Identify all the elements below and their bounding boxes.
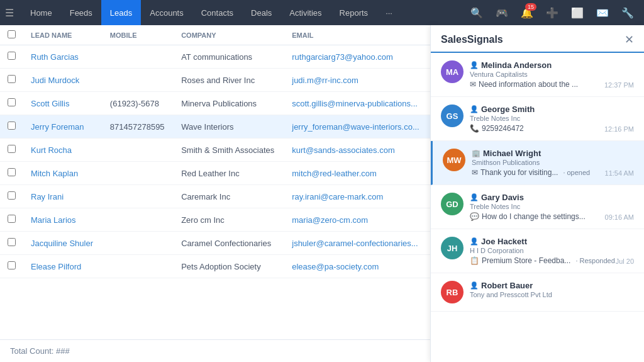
row-checkbox-cell[interactable]	[0, 139, 23, 162]
nav-activities[interactable]: Activities	[280, 0, 330, 25]
mobile-cell	[103, 208, 174, 232]
nav-more[interactable]: ···	[377, 0, 401, 25]
mobile-cell	[103, 45, 174, 69]
signal-content: 👤 Melinda Anderson Ventura Capitalists ✉…	[470, 60, 634, 89]
settings-button[interactable]: 🔧	[616, 1, 639, 24]
lead-name-cell[interactable]: Mitch Kaplan	[23, 162, 103, 185]
signal-avatar: GS	[441, 105, 464, 127]
row-checkbox[interactable]	[8, 215, 16, 223]
signal-time: 12:16 PM	[604, 125, 634, 133]
table-row: Jacquiline Shuler Caramel Confectionarie…	[0, 232, 430, 255]
company-cell: Zero cm Inc	[174, 208, 284, 232]
row-checkbox[interactable]	[8, 122, 16, 130]
signal-content: 👤 Joe Hackett H I D Corporation 📋 Premiu…	[470, 237, 634, 265]
row-checkbox[interactable]	[8, 75, 16, 83]
mobile-cell	[103, 162, 174, 185]
signal-contact-name: Gary Davis	[481, 193, 524, 202]
signal-message-row: ✉ Thank you for visiting... · opened	[472, 168, 590, 177]
signal-person-icon: 🏢	[472, 149, 480, 157]
signal-item[interactable]: MW 🏢 Michael Wright Smithson Publication…	[431, 141, 644, 185]
signal-item[interactable]: RB 👤 Robert Bauer Tony and Presscott Pvt…	[431, 273, 644, 312]
row-checkbox-cell[interactable]	[0, 92, 23, 115]
mail-button[interactable]: ✉️	[591, 1, 614, 24]
signal-contact-name: George Smith	[481, 105, 535, 114]
nav-reports[interactable]: Reports	[331, 0, 377, 25]
signal-meta: 💬 How do I change the settings... 09:16 …	[470, 212, 634, 221]
mobile-cell: 871457278595	[103, 115, 174, 139]
table-row: Jerry Foreman 871457278595 Wave Interior…	[0, 115, 430, 139]
hamburger-icon[interactable]: ☰	[5, 7, 14, 19]
signal-content: 👤 George Smith Treble Notes Inc 📞 925924…	[470, 105, 634, 133]
lead-name-cell[interactable]: Jacquiline Shuler	[23, 232, 103, 255]
game-icon-button[interactable]: 🎮	[491, 1, 513, 24]
row-checkbox-cell[interactable]	[0, 255, 23, 278]
signal-company: Tony and Presscott Pvt Ltd	[470, 291, 634, 298]
row-checkbox[interactable]	[8, 52, 16, 60]
signal-avatar: GD	[441, 193, 464, 215]
row-checkbox[interactable]	[8, 191, 16, 200]
lead-name-cell[interactable]: Kurt Rocha	[23, 139, 103, 162]
row-checkbox-cell[interactable]	[0, 162, 23, 185]
row-checkbox-cell[interactable]	[0, 115, 23, 139]
company-cell: Caramel Confectionaries	[174, 232, 284, 255]
header-email[interactable]: EMAIL	[284, 25, 430, 45]
header-checkbox-col	[0, 25, 23, 45]
email-cell: kurt@sands-associates.com	[284, 139, 430, 162]
signals-header: SalesSignals ✕	[431, 25, 644, 53]
lead-name-cell[interactable]: Elease Pilford	[23, 255, 103, 278]
nav-leads[interactable]: Leads	[101, 0, 141, 25]
row-checkbox[interactable]	[8, 145, 16, 153]
search-button[interactable]: 🔍	[465, 1, 488, 24]
signal-message-row: 💬 How do I change the settings...	[470, 212, 586, 221]
nav-home[interactable]: Home	[21, 0, 61, 25]
company-cell: Smith & Smith Associates	[174, 139, 284, 162]
nav-accounts[interactable]: Accounts	[141, 0, 192, 25]
row-checkbox[interactable]	[8, 238, 16, 246]
mobile-cell	[103, 139, 174, 162]
row-checkbox[interactable]	[8, 98, 16, 106]
signal-meta: 📞 9259246472 12:16 PM	[470, 124, 634, 133]
nav-contacts[interactable]: Contacts	[192, 0, 242, 25]
signal-contact-name: Joe Hackett	[481, 237, 527, 246]
row-checkbox-cell[interactable]	[0, 69, 23, 92]
signal-person-icon: 👤	[470, 61, 479, 69]
signal-item[interactable]: GD 👤 Gary Davis Treble Notes Inc 💬 How d…	[431, 185, 644, 229]
add-button[interactable]: ➕	[541, 1, 564, 24]
signal-item[interactable]: MA 👤 Melinda Anderson Ventura Capitalist…	[431, 53, 644, 97]
nav-feeds[interactable]: Feeds	[61, 0, 101, 25]
table-header-row: LEAD NAME MOBILE COMPANY EMAIL	[0, 25, 430, 45]
signal-company: Treble Notes Inc	[470, 115, 634, 122]
row-checkbox[interactable]	[8, 168, 16, 176]
row-checkbox-cell[interactable]	[0, 232, 23, 255]
notifications-button[interactable]: 🔔 15	[516, 1, 538, 24]
lead-name-cell[interactable]: Scott Gillis	[23, 92, 103, 115]
sales-signals-panel: SalesSignals ✕ MA 👤 Melinda Anderson Ven…	[430, 25, 644, 362]
header-mobile[interactable]: MOBILE	[103, 25, 174, 45]
select-all-checkbox[interactable]	[8, 30, 16, 38]
signal-content: 👤 Gary Davis Treble Notes Inc 💬 How do I…	[470, 193, 634, 221]
screen-button[interactable]: ⬜	[566, 1, 589, 24]
lead-name-cell[interactable]: Ruth Garcias	[23, 45, 103, 69]
table-footer: Total Count: ###	[0, 339, 430, 362]
lead-name-cell[interactable]: Judi Murdock	[23, 69, 103, 92]
signals-close-button[interactable]: ✕	[625, 34, 634, 45]
lead-name-cell[interactable]: Ray Irani	[23, 185, 103, 208]
signal-label: · Responded	[575, 257, 614, 264]
signal-item[interactable]: JH 👤 Joe Hackett H I D Corporation 📋 Pre…	[431, 229, 644, 273]
header-lead-name[interactable]: LEAD NAME	[23, 25, 103, 45]
lead-name-cell[interactable]: Maria Larios	[23, 208, 103, 232]
row-checkbox-cell[interactable]	[0, 45, 23, 69]
nav-deals[interactable]: Deals	[242, 0, 280, 25]
nav-actions: 🔍 🎮 🔔 15 ➕ ⬜ ✉️ 🔧	[465, 1, 639, 24]
signal-item[interactable]: GS 👤 George Smith Treble Notes Inc 📞 925…	[431, 97, 644, 141]
signal-message: 9259246472	[482, 124, 524, 133]
row-checkbox-cell[interactable]	[0, 185, 23, 208]
header-company[interactable]: COMPANY	[174, 25, 284, 45]
signal-message: Premium Store - Feedba...	[482, 256, 570, 265]
row-checkbox-cell[interactable]	[0, 208, 23, 232]
table-scroll-area[interactable]: LEAD NAME MOBILE COMPANY EMAIL Ruth Garc…	[0, 25, 430, 339]
row-checkbox[interactable]	[8, 261, 16, 269]
table-row: Mitch Kaplan Red Leather Inc mitch@red-l…	[0, 162, 430, 185]
lead-name-cell[interactable]: Jerry Foreman	[23, 115, 103, 139]
signal-time: 12:37 PM	[604, 81, 634, 89]
